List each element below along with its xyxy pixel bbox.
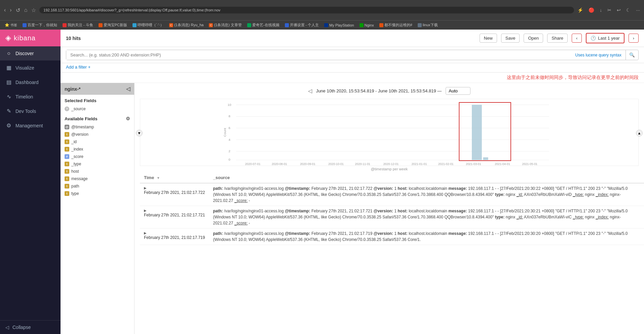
prev-chart-btn[interactable]: ◁ — [308, 88, 312, 94]
expand-row-button[interactable]: ▶ — [144, 231, 147, 235]
lightning-icon[interactable]: ⚡ — [576, 7, 584, 13]
bookmark-nginx[interactable]: Nginx — [357, 23, 376, 28]
expand-row-button[interactable]: ▶ — [144, 186, 147, 190]
bookmark-bilibili[interactable]: 哔哩哔哩（`·'·） — [130, 22, 166, 28]
sidebar-item-dashboard[interactable]: ▤ Dashboard — [0, 75, 61, 89]
lucene-syntax-link[interactable]: Uses lucene query syntax — [571, 53, 626, 57]
auto-select[interactable]: Auto Minute Hour Day Week — [446, 87, 470, 95]
forward-button[interactable]: › — [8, 6, 13, 14]
time-picker-button[interactable]: 🕐 Last 1 year — [586, 33, 624, 43]
scissors-icon[interactable]: ✂ — [606, 7, 613, 13]
sidebar-item-management-label: Management — [15, 123, 43, 128]
share-button[interactable]: Share — [547, 34, 568, 43]
bookmark-ops[interactable]: 都不懂的运维的# — [377, 22, 414, 28]
sidebar-item-timelion-label: Timelion — [15, 94, 33, 99]
field-host-label: host — [71, 169, 79, 174]
save-button[interactable]: Save — [501, 34, 520, 43]
address-bar[interactable]: 192.168.117.30:5601/app/kibana#/discover… — [39, 7, 574, 13]
moon-icon[interactable]: ☾ — [625, 7, 632, 13]
discover-icon: ○ — [5, 50, 12, 56]
field-type-text-icon7: t — [65, 184, 69, 189]
field-path[interactable]: t path — [61, 182, 134, 190]
bookmark-douyu[interactable]: 我的关注 - 斗鱼 — [61, 22, 95, 28]
bookmark-linux[interactable]: linux下载 — [416, 22, 440, 28]
sidebar-item-visualize[interactable]: ▦ Visualize — [0, 60, 61, 75]
field-type-text-icon4: t — [65, 162, 69, 166]
field-message[interactable]: t message — [61, 175, 134, 182]
bookmark-iqiyi[interactable]: 爱奇艺-在线视频 — [245, 22, 281, 28]
refresh-button[interactable]: ↺ — [14, 6, 22, 14]
selected-field-source[interactable]: ? _source — [61, 105, 134, 113]
menu-icon[interactable]: ··· — [635, 7, 641, 13]
svg-text:2021-02-01: 2021-02-01 — [438, 162, 454, 166]
field-type-field[interactable]: t _type — [61, 160, 134, 168]
sidebar-item-discover-label: Discover — [15, 51, 34, 56]
histogram-bar-main — [472, 105, 482, 160]
field-score-label: _score — [71, 154, 83, 159]
field-timestamp-label: @timestamp — [71, 125, 94, 129]
bookmark-ps[interactable]: My PlayStation — [322, 23, 356, 28]
chart-section: ◁ June 10th 2020, 15:53:54.819 - June 10… — [135, 83, 644, 172]
kibana-logo[interactable]: ◈ kibana — [0, 30, 61, 46]
field-timestamp[interactable]: @ @timestamp — [61, 123, 134, 131]
new-button[interactable]: New — [480, 34, 497, 43]
field-message-label: message — [71, 176, 88, 181]
sidebar-item-timelion[interactable]: ∿ Timelion — [0, 89, 61, 104]
result-source-cell: path: /var/log/nginx/nginx01-access.log … — [209, 206, 644, 228]
interval-select[interactable]: Auto Minute Hour Day Week — [446, 87, 470, 95]
svg-text:0: 0 — [229, 158, 231, 161]
col-time-header[interactable]: Time ▼ — [140, 172, 209, 183]
open-button[interactable]: Open — [524, 34, 543, 43]
sidebar-item-management[interactable]: ⚙ Management — [0, 118, 61, 133]
collapse-panel-button[interactable]: ◁ — [126, 86, 130, 92]
management-icon: ⚙ — [5, 122, 12, 129]
time-value: February 27th 2021, 21:02:17.722 — [144, 190, 205, 195]
time-value: February 27th 2021, 21:02:17.721 — [144, 213, 205, 217]
back-button[interactable]: ‹ — [3, 6, 7, 14]
field-id[interactable]: t _id — [61, 138, 134, 145]
bookmark-baidu[interactable]: 百度一下，你就知 — [21, 22, 59, 28]
search-input-wrap: Uses lucene query syntax 🔍 — [66, 50, 639, 60]
home-button[interactable]: ⌂ — [23, 6, 29, 14]
svg-text:4: 4 — [229, 138, 231, 141]
next-time-button[interactable]: › — [629, 34, 639, 43]
histogram-bar-small — [483, 157, 488, 160]
sidebar-item-devtools[interactable]: ✎ Dev Tools — [0, 104, 61, 118]
extension-icon[interactable]: 🔴 — [587, 7, 596, 13]
collapse-chart-button[interactable]: ▲ — [636, 130, 643, 136]
result-time-cell: ▶ February 27th 2021, 21:02:17.722 — [140, 183, 209, 206]
prev-time-button[interactable]: ‹ — [572, 34, 582, 43]
selected-fields-title: Selected Fields — [61, 95, 134, 105]
devtools-icon: ✎ — [5, 108, 12, 114]
bookmark-star[interactable]: ☆ — [30, 6, 37, 14]
search-button[interactable]: 🔍 — [626, 50, 638, 60]
expand-chart-button[interactable]: ▼ — [136, 130, 143, 136]
sidebar-item-discover[interactable]: ○ Discover — [0, 46, 61, 60]
field-type-date-icon: @ — [65, 125, 69, 129]
x-axis-label: @timestamp per week — [135, 167, 644, 172]
bookmark-star-item[interactable]: ⭐ 书签 — [3, 22, 19, 28]
field-host[interactable]: t host — [61, 168, 134, 175]
sidebar: ◈ kibana ○ Discover ▦ Visualize ▤ Dashbo… — [0, 30, 61, 334]
bookmark-wz[interactable]: C(1条消息) 文章管 — [207, 22, 244, 28]
field-index[interactable]: t _index — [61, 145, 134, 153]
time-value: February 27th 2021, 21:02:17.719 — [144, 235, 205, 240]
search-input[interactable] — [66, 50, 571, 60]
chart-results-area: ◁ June 10th 2020, 15:53:54.819 - June 10… — [135, 83, 644, 334]
svg-text:2020-12-01: 2020-12-01 — [383, 162, 399, 166]
expand-row-button[interactable]: ▶ — [144, 209, 147, 212]
bookmark-taobao[interactable]: 爱淘宝PC新版 — [97, 22, 129, 28]
bookmark-ryu[interactable]: C(1条消息) Ryu_ha — [167, 22, 205, 28]
collapse-sidebar-button[interactable]: ◁ Collapse — [0, 320, 61, 334]
bookmark-stream[interactable]: 开播设置 - 个人主 — [283, 22, 321, 28]
undo-icon[interactable]: ↩ — [615, 7, 622, 13]
field-version[interactable]: t @version — [61, 131, 134, 138]
add-filter-link[interactable]: Add a filter + — [66, 65, 639, 70]
field-type-type[interactable]: t type — [61, 190, 134, 197]
dashboard-icon: ▤ — [5, 79, 12, 85]
result-source-cell: path: /var/log/nginx/nginx01-access.log … — [209, 228, 644, 245]
download-icon[interactable]: ↓ — [598, 7, 603, 13]
field-score[interactable]: # _score — [61, 153, 134, 160]
sidebar-item-devtools-label: Dev Tools — [15, 109, 36, 114]
fields-gear-icon[interactable]: ⚙ — [126, 116, 130, 121]
